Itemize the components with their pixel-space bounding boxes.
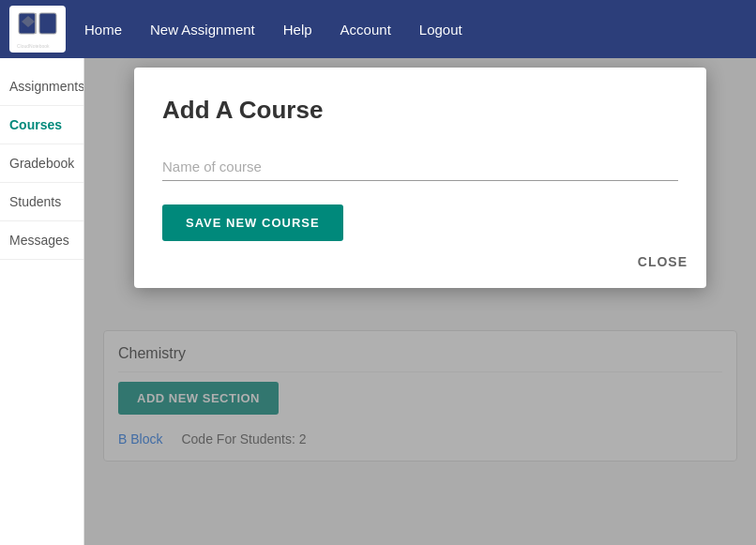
nav-logout[interactable]: Logout xyxy=(419,22,462,38)
logo[interactable]: CloudNotebook xyxy=(9,6,66,53)
modal: Add A Course SAVE NEW COURSE CLOSE xyxy=(134,68,706,288)
nav-new-assignment[interactable]: New Assignment xyxy=(150,22,255,38)
sidebar-item-students[interactable]: Students xyxy=(0,183,83,221)
modal-title: Add A Course xyxy=(162,96,678,125)
sidebar-item-messages[interactable]: Messages xyxy=(0,221,83,260)
modal-close-button[interactable]: CLOSE xyxy=(638,254,688,269)
sidebar-item-assignments[interactable]: Assignments xyxy=(0,68,83,106)
svg-rect-1 xyxy=(39,13,56,34)
modal-overlay[interactable]: Add A Course SAVE NEW COURSE CLOSE xyxy=(84,58,756,545)
sidebar-item-gradebook[interactable]: Gradebook xyxy=(0,144,83,183)
nav-account[interactable]: Account xyxy=(340,22,391,38)
sidebar-item-courses[interactable]: Courses xyxy=(0,106,83,144)
svg-text:CloudNotebook: CloudNotebook xyxy=(17,43,50,49)
main-container: Assignments Courses Gradebook Students M… xyxy=(0,58,756,545)
sidebar: Assignments Courses Gradebook Students M… xyxy=(0,58,84,545)
save-new-course-button[interactable]: SAVE NEW COURSE xyxy=(162,204,343,241)
navbar: CloudNotebook Home New Assignment Help A… xyxy=(0,0,756,58)
nav-help[interactable]: Help xyxy=(283,22,312,38)
nav-home[interactable]: Home xyxy=(84,22,122,38)
course-name-input[interactable] xyxy=(162,153,678,181)
navbar-links: Home New Assignment Help Account Logout xyxy=(84,22,462,38)
content-area: Chemistry ADD NEW SECTION B Block Code F… xyxy=(84,58,756,545)
